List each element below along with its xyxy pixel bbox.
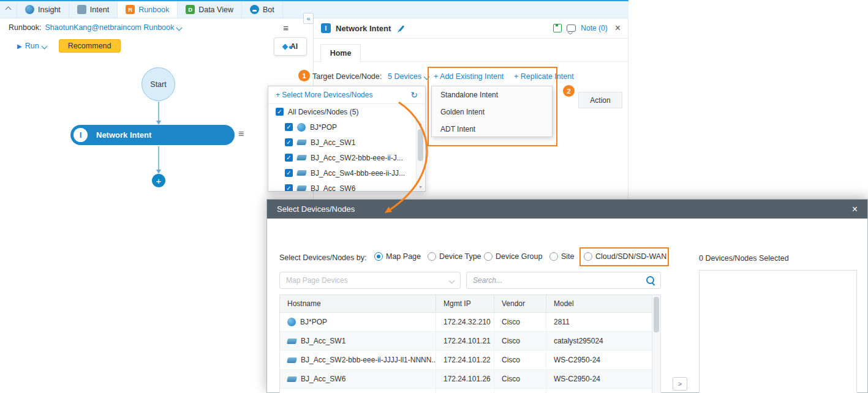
run-button[interactable]: ▶ Run	[17, 42, 47, 50]
scroll-up-icon[interactable]: ▲	[417, 122, 425, 126]
save-icon[interactable]	[553, 24, 562, 32]
close-icon[interactable]: ×	[852, 204, 858, 214]
menu-item-adt-intent[interactable]: ADT Intent	[432, 121, 552, 138]
table-row[interactable]: BJ_Acc_Sw4-bbb-eee-ii-JJJJ-ll1-NNNN-... …	[280, 389, 660, 393]
intent-badge-icon: I	[74, 128, 88, 142]
add-node-button[interactable]: +	[152, 174, 165, 187]
target-device-label: Target Device/Node:	[312, 72, 382, 81]
replicate-intent-link[interactable]: + Replicate Intent	[514, 72, 574, 81]
tab-intent[interactable]: Intent	[69, 1, 118, 18]
edit-pencil-icon[interactable]	[399, 25, 404, 31]
tab-insight[interactable]: Insight	[17, 1, 69, 18]
tab-runbook[interactable]: R Runbook	[118, 1, 178, 18]
comment-icon[interactable]	[567, 24, 576, 32]
bot-icon	[250, 5, 259, 14]
tab-insight-label: Insight	[38, 6, 61, 14]
runbook-menu-icon[interactable]: ≡	[283, 23, 289, 33]
checkbox-checked-icon[interactable]	[285, 123, 293, 131]
runbook-label: Runbook:	[9, 23, 42, 32]
modal-header: Select Devices/Nodes ×	[267, 200, 867, 219]
switch-icon	[296, 140, 307, 145]
insight-icon	[25, 5, 34, 14]
tab-data-view[interactable]: D Data View	[178, 1, 242, 18]
move-right-button[interactable]: >	[673, 377, 687, 391]
refresh-icon[interactable]: ↻	[410, 91, 418, 99]
select-more-link[interactable]: + Select More Devices/Nodes	[276, 91, 372, 99]
router-icon	[287, 318, 296, 326]
checkbox-checked-icon[interactable]	[285, 138, 293, 146]
network-intent-node[interactable]: I Network Intent	[70, 125, 235, 145]
column-header-mgmt-ip: Mgmt IP	[436, 295, 494, 312]
radio-device-group[interactable]: Device Group	[484, 252, 542, 261]
radio-icon	[428, 252, 436, 261]
devices-table: Hostname Mgmt IP Vendor Model BJ*POP 172…	[279, 294, 661, 393]
collapse-panel-button[interactable]: «	[303, 13, 314, 24]
chevron-down-icon	[449, 277, 455, 283]
tab-home[interactable]: Home	[320, 44, 361, 62]
close-icon[interactable]: ×	[615, 23, 621, 33]
list-item-device[interactable]: BJ_Acc_SW1	[268, 135, 425, 150]
table-row[interactable]: BJ_Acc_SW2-bbb-eee-ii-JJJJ-ll1-NNNN... 1…	[280, 351, 660, 370]
modal-title: Select Devices/Nodes	[277, 204, 355, 214]
search-icon[interactable]	[646, 276, 654, 284]
list-item-all-devices[interactable]: All Devices/Nodes (5)	[268, 104, 425, 119]
scrollbar-thumb[interactable]	[654, 297, 659, 332]
scrollbar[interactable]	[652, 295, 660, 393]
ai-button[interactable]: AI	[274, 37, 307, 56]
select-devices-modal: Select Devices/Nodes × Select Devices/No…	[266, 199, 868, 393]
intent-icon: I	[321, 23, 331, 33]
radio-site[interactable]: Site	[549, 252, 575, 261]
table-row[interactable]: BJ_Acc_SW6 172.24.101.26 Cisco WS-C2950-…	[280, 370, 660, 389]
select-by-label: Select Devices/Nodes by:	[279, 253, 366, 262]
app-root: Insight Intent R Runbook D Data View Bot…	[0, 0, 868, 393]
list-item-device[interactable]: BJ_Acc_SW2-bbb-eee-ii-J...	[268, 150, 425, 165]
add-intent-menu: Standalone Intent Golden Intent ADT Inte…	[431, 86, 553, 137]
node-menu-icon[interactable]: ≡	[238, 129, 244, 140]
list-item-device[interactable]: BJ_Acc_Sw4-bbb-eee-ii-JJ...	[268, 165, 425, 181]
collapse-topbar-button[interactable]	[0, 1, 17, 18]
checkbox-checked-icon[interactable]	[276, 108, 284, 116]
sparkle-icon	[282, 43, 289, 50]
radio-icon	[484, 252, 492, 261]
column-header-model: Model	[546, 295, 652, 312]
runbook-icon: R	[126, 5, 135, 14]
runbook-header: Runbook: ShaotunKang@netbraincom Runbook…	[0, 20, 313, 36]
menu-item-golden-intent[interactable]: Golden Intent	[432, 103, 552, 121]
radio-icon	[374, 252, 383, 261]
tab-bot[interactable]: Bot	[242, 1, 283, 18]
scrollbar[interactable]: ▲ ▼	[416, 121, 425, 190]
action-column-header: Action	[578, 92, 622, 108]
list-item-device[interactable]: BJ_Acc_SW6	[268, 181, 425, 192]
top-tab-bar: Insight Intent R Runbook D Data View Bot	[0, 0, 628, 18]
tab-intent-label: Intent	[90, 6, 109, 14]
table-row[interactable]: BJ*POP 172.24.32.210 Cisco 2811	[280, 313, 660, 332]
table-row[interactable]: BJ_Acc_SW1 172.24.101.21 Cisco catalyst2…	[280, 332, 660, 351]
menu-item-standalone-intent[interactable]: Standalone Intent	[432, 86, 552, 103]
radio-map-page[interactable]: Map Page	[374, 252, 421, 261]
selected-devices-list	[699, 270, 857, 393]
switch-icon	[287, 357, 297, 363]
radio-cloud-sdn-sdwan[interactable]: Cloud/SDN/SD-WAN	[584, 252, 666, 261]
intent-icon	[77, 5, 86, 14]
note-link[interactable]: Note (0)	[581, 24, 607, 32]
scroll-down-icon[interactable]: ▼	[417, 185, 425, 189]
target-device-value[interactable]: 5 Devices	[388, 72, 429, 81]
checkbox-checked-icon[interactable]	[285, 184, 293, 192]
scrollbar-thumb[interactable]	[418, 129, 423, 161]
column-header-hostname: Hostname	[280, 295, 436, 312]
checkbox-checked-icon[interactable]	[285, 154, 293, 162]
modal-body: Select Devices/Nodes by: Map Page Device…	[267, 219, 867, 392]
panel-title: Network Intent	[336, 24, 391, 33]
add-existing-intent-link[interactable]: + Add Existing Intent	[434, 72, 504, 81]
radio-device-type[interactable]: Device Type	[428, 252, 481, 261]
search-input[interactable]	[466, 272, 661, 289]
map-page-devices-dropdown[interactable]: Map Page Devices	[279, 272, 461, 289]
list-item-device[interactable]: BJ*POP	[268, 119, 425, 135]
play-icon: ▶	[17, 43, 22, 50]
checkbox-checked-icon[interactable]	[285, 169, 293, 177]
start-node[interactable]: Start	[142, 67, 175, 101]
tab-runbook-label: Runbook	[138, 6, 169, 14]
recommend-button[interactable]: Recommend	[59, 39, 121, 53]
tab-bot-label: Bot	[263, 6, 274, 14]
runbook-name-dropdown[interactable]: ShaotunKang@netbraincom Runbook	[45, 23, 182, 32]
